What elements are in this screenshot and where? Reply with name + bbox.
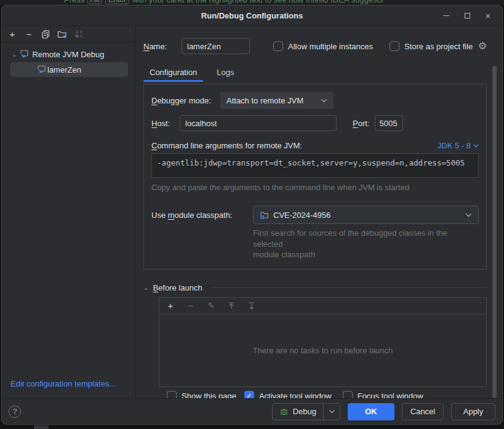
add-configuration-icon[interactable]: +	[7, 28, 18, 39]
scrollbar-thumb[interactable]	[492, 66, 497, 398]
command-line-arguments-field[interactable]: -agentlib:jdwp=transport=dt_socket,serve…	[151, 153, 479, 178]
help-button[interactable]: ?	[9, 406, 21, 418]
before-launch-header[interactable]: ⌄ Before launch	[143, 283, 487, 292]
jdk-version-label: JDK 5 - 8	[438, 141, 471, 150]
window-controls: ×	[436, 6, 498, 25]
tool-window-options-row: Show this page ✓ Activate tool window Fo…	[167, 390, 487, 398]
move-up-icon[interactable]	[226, 300, 237, 311]
configuration-panel: Debugger mode: Attach to remote JVM Host…	[143, 84, 487, 270]
debugger-mode-select[interactable]: Attach to remote JVM	[220, 92, 334, 109]
tab-configuration[interactable]: Configuration	[143, 64, 203, 82]
chevron-down-icon[interactable]: ⌄	[12, 51, 17, 58]
debug-options-arrow[interactable]	[324, 404, 340, 420]
activate-tool-window-checkbox[interactable]: ✓	[244, 391, 254, 398]
background-editor-strip: Press Alt Enter with your caret at the h…	[0, 0, 504, 5]
port-input[interactable]	[375, 115, 403, 131]
remove-task-icon[interactable]: −	[185, 300, 196, 311]
command-line-label: Command line arguments for remote JVM:	[151, 141, 302, 150]
remote-debug-icon	[37, 65, 46, 75]
show-this-page-option[interactable]: Show this page	[167, 391, 236, 398]
host-label: Host:	[151, 119, 180, 128]
tree-item-remote-jvm-debug[interactable]: ⌄ Remote JVM Debug	[2, 47, 135, 61]
allow-multiple-instances-checkbox[interactable]	[273, 41, 283, 51]
tree-item-label: lamerZen	[47, 65, 81, 74]
background-bottom-fragment	[34, 425, 49, 429]
command-line-hint: Copy and paste the arguments to the comm…	[151, 183, 479, 192]
configurations-tree: ⌄ Remote JVM Debug lamerZen	[2, 42, 135, 77]
before-launch-rule	[210, 287, 487, 288]
edit-configuration-templates-link[interactable]: Edit configuration templates...	[10, 379, 116, 388]
run-debug-configurations-dialog: Run/Debug Configurations × + −	[1, 5, 503, 425]
move-down-icon[interactable]	[246, 300, 257, 311]
before-launch-label: Before launch	[153, 283, 202, 292]
apply-button[interactable]: Apply	[451, 403, 495, 420]
allow-multiple-instances-option[interactable]: Allow multiple instances	[273, 41, 373, 51]
dialog-footer: ? Debug OK Cancel Apply	[2, 398, 502, 424]
maximize-icon	[465, 13, 470, 18]
before-launch-empty-text: There are no tasks to run before launch	[159, 315, 486, 387]
debug-split-button[interactable]: Debug	[272, 403, 340, 420]
checkmark-icon: ✓	[246, 391, 252, 398]
module-classpath-row: Use module classpath: CVE-2024-4956	[151, 206, 479, 224]
debugger-mode-row: Debugger mode: Attach to remote JVM	[151, 92, 479, 109]
bg-text-pre: Press	[64, 0, 84, 4]
gear-icon[interactable]: ⚙	[478, 41, 487, 51]
configurations-sidebar: + − az ⌄	[2, 26, 136, 398]
copy-configuration-icon[interactable]	[40, 28, 51, 39]
debugger-mode-value: Attach to remote JVM	[226, 96, 303, 105]
svg-text:z: z	[80, 34, 82, 38]
port-label: Port:	[353, 119, 369, 128]
jdk-version-selector[interactable]: JDK 5 - 8	[438, 141, 479, 150]
minimize-icon	[443, 15, 449, 16]
module-classpath-value: CVE-2024-4956	[273, 210, 330, 220]
command-line-header-row: Command line arguments for remote JVM: J…	[151, 141, 479, 150]
close-button[interactable]: ×	[478, 6, 498, 25]
show-this-page-checkbox[interactable]	[167, 391, 177, 398]
bug-icon	[279, 407, 289, 416]
show-this-page-label: Show this page	[182, 391, 236, 398]
activate-tool-window-label: Activate tool window	[259, 391, 332, 398]
maximize-button[interactable]	[457, 6, 478, 25]
debugger-mode-label: Debugger mode:	[151, 96, 220, 105]
store-as-project-file-option[interactable]: Store as project file	[390, 41, 473, 51]
add-task-icon[interactable]: +	[165, 300, 176, 311]
ok-button[interactable]: OK	[348, 403, 394, 420]
activate-tool-window-option[interactable]: ✓ Activate tool window	[244, 391, 332, 398]
focus-tool-window-option[interactable]: Focus tool window	[343, 391, 423, 398]
name-input[interactable]	[182, 38, 250, 54]
edit-task-icon[interactable]: ✎	[206, 300, 217, 311]
tree-item-lamerzen-selected[interactable]: lamerZen	[10, 62, 128, 77]
sort-configurations-icon[interactable]: az	[73, 28, 84, 39]
tab-logs[interactable]: Logs	[210, 64, 240, 82]
enter-key-badge: Enter	[105, 0, 129, 4]
host-input[interactable]	[180, 115, 337, 131]
name-label: Name:	[143, 42, 182, 51]
before-launch-task-list: + − ✎ There are no tasks to run before l…	[159, 297, 487, 387]
tree-item-label: Remote JVM Debug	[32, 50, 104, 59]
cancel-button[interactable]: Cancel	[402, 403, 444, 420]
minimize-button[interactable]	[436, 6, 457, 25]
sidebar-toolbar: + − az	[2, 26, 135, 42]
focus-tool-window-checkbox[interactable]	[343, 391, 353, 398]
svg-text:a: a	[80, 30, 82, 34]
host-port-row: Host: Port:	[151, 115, 479, 131]
dialog-titlebar[interactable]: Run/Debug Configurations ×	[2, 6, 502, 25]
chevron-down-icon[interactable]: ⌄	[143, 284, 148, 291]
chevron-down-icon	[473, 144, 479, 148]
chevron-down-icon	[321, 98, 327, 103]
before-launch-toolbar: + − ✎	[159, 298, 486, 315]
remote-debug-icon	[20, 49, 29, 60]
screen: Press Alt Enter with your caret at the h…	[0, 0, 504, 429]
chevron-down-icon	[329, 409, 335, 414]
store-as-project-file-checkbox[interactable]	[390, 41, 399, 51]
footer-buttons: Debug OK Cancel Apply	[272, 403, 495, 420]
debug-button[interactable]: Debug	[273, 407, 323, 416]
name-row: Name: Allow multiple instances Store as …	[143, 38, 487, 54]
new-folder-icon[interactable]	[57, 28, 68, 39]
focus-tool-window-label: Focus tool window	[358, 391, 423, 398]
remove-configuration-icon[interactable]: −	[23, 28, 34, 39]
module-classpath-select[interactable]: CVE-2024-4956	[253, 206, 479, 224]
debug-button-label: Debug	[293, 407, 316, 416]
dialog-body: + − az ⌄	[2, 25, 502, 398]
tab-bar: Configuration Logs	[143, 64, 487, 82]
